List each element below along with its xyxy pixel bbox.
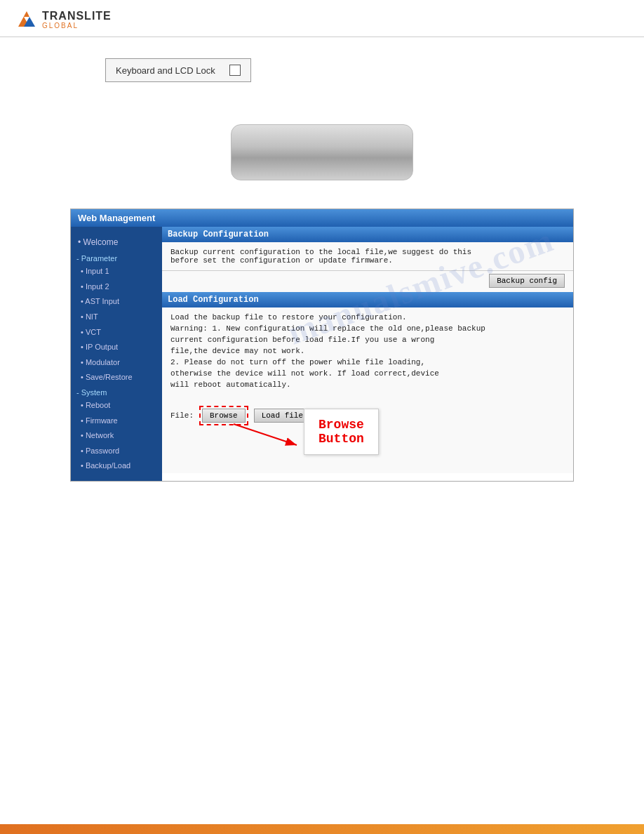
sidebar-item-save-restore[interactable]: • Save/Restore — [71, 370, 162, 385]
keyboard-lock-label: Keyboard and LCD Lock — [116, 65, 215, 76]
warning-2b: otherwise the device will not work. If l… — [170, 369, 565, 378]
keyboard-lock-row: Keyboard and LCD Lock — [105, 58, 251, 82]
logo-translite-label: TRANSLITE — [42, 10, 112, 22]
backup-btn-row: Backup config — [162, 271, 573, 292]
sidebar-item-backup-load[interactable]: • Backup/Load — [71, 458, 162, 474]
top-section: Keyboard and LCD Lock — [0, 37, 644, 96]
backup-description: Backup current configuration to the loca… — [170, 248, 565, 265]
logo-icon — [14, 7, 39, 32]
panel-body: • Welcome - Parameter • Input 1 • Input … — [71, 227, 573, 481]
load-section-header: Load Configuration — [162, 292, 573, 307]
warning-1: Warning: 1. New configuration will repla… — [170, 324, 565, 333]
header: TRANSLITE GLOBAL — [0, 0, 644, 37]
backup-section-header: Backup Configuration — [162, 227, 573, 242]
sidebar-item-network[interactable]: • Network — [71, 428, 162, 444]
sidebar-section-system: - System — [71, 385, 162, 398]
sidebar-item-vct[interactable]: • VCT — [71, 325, 162, 340]
sidebar-item-reboot[interactable]: • Reboot — [71, 398, 162, 413]
backup-section-body: Backup current configuration to the loca… — [162, 242, 573, 271]
load-section-body: Load the backup file to restore your con… — [162, 307, 573, 473]
warning-2c: will reboot automatically. — [170, 380, 565, 389]
backup-config-button[interactable]: Backup config — [489, 274, 565, 288]
callout-arrow — [227, 417, 311, 452]
keyboard-lock-checkbox[interactable] — [229, 65, 241, 76]
warning-1b: current configuration before load file.I… — [170, 336, 565, 344]
sidebar-item-welcome[interactable]: • Welcome — [71, 234, 162, 251]
sidebar: • Welcome - Parameter • Input 1 • Input … — [71, 227, 162, 481]
button-area — [0, 124, 644, 180]
logo-global-label: GLOBAL — [42, 22, 112, 29]
web-management-panel: Web Management • Welcome - Parameter • I… — [70, 208, 574, 482]
sidebar-item-ip-output[interactable]: • IP Output — [71, 340, 162, 355]
load-intro: Load the backup file to restore your con… — [170, 313, 565, 322]
warning-2: 2. Please do not turn off the power whil… — [170, 358, 565, 366]
file-label: File: — [170, 411, 194, 420]
svg-line-3 — [234, 424, 297, 445]
sidebar-item-input1[interactable]: • Input 1 — [71, 264, 162, 279]
sidebar-item-nit[interactable]: • NIT — [71, 310, 162, 325]
browse-button-callout-label: Browse Button — [304, 409, 379, 455]
sidebar-item-password[interactable]: • Password — [71, 444, 162, 459]
sidebar-item-input2[interactable]: • Input 2 — [71, 279, 162, 295]
warning-1c: file,the device may not work. — [170, 347, 565, 355]
sidebar-item-modulator[interactable]: • Modulator — [71, 355, 162, 371]
panel-header: Web Management — [71, 209, 573, 227]
sidebar-section-parameter: - Parameter — [71, 251, 162, 264]
sidebar-item-ast-input[interactable]: • AST Input — [71, 294, 162, 310]
logo-text: TRANSLITE GLOBAL — [42, 10, 112, 30]
main-content: Backup Configuration Backup current conf… — [162, 227, 573, 481]
gradient-button[interactable] — [231, 124, 413, 180]
sidebar-item-firmware[interactable]: • Firmware — [71, 413, 162, 429]
logo: TRANSLITE GLOBAL — [14, 7, 112, 32]
footer-bar — [0, 824, 644, 834]
